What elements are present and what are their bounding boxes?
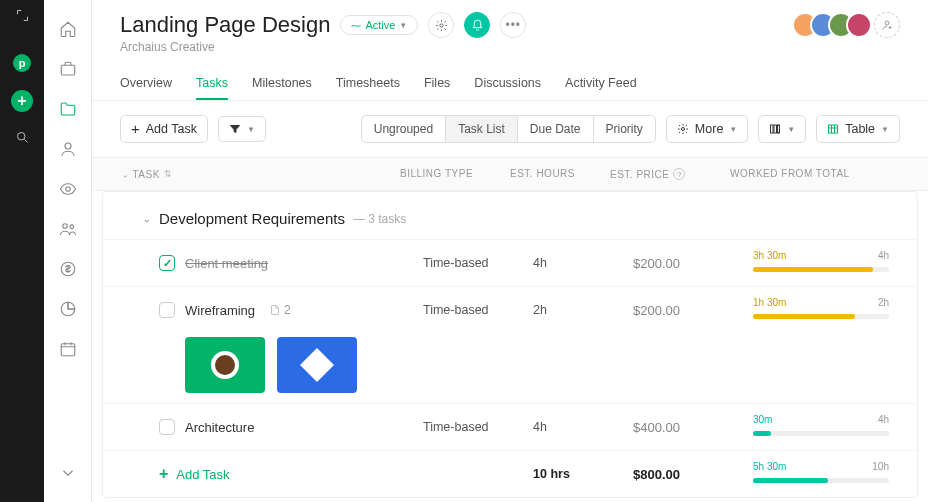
tab-files[interactable]: Files bbox=[424, 68, 450, 100]
svg-rect-14 bbox=[829, 125, 838, 133]
tab-discussions[interactable]: Discussions bbox=[474, 68, 541, 100]
settings-button[interactable] bbox=[428, 12, 454, 38]
col-est-hours[interactable]: EST. HOURS bbox=[510, 168, 610, 180]
total-price: $800.00 bbox=[633, 467, 753, 482]
progress-bar: 5h 30m 10h bbox=[753, 461, 889, 487]
progress-bar: 30m 4h bbox=[753, 414, 889, 440]
seg-due-date[interactable]: Due Date bbox=[518, 116, 594, 142]
svg-point-4 bbox=[62, 224, 67, 229]
page-title: Landing Page Design bbox=[120, 12, 330, 38]
svg-point-10 bbox=[681, 128, 684, 131]
section-total-row: +Add Task 10 hrs $800.00 5h 30m 10h bbox=[103, 450, 917, 497]
section-name: Development Requirements bbox=[159, 210, 345, 227]
add-member-button[interactable] bbox=[874, 12, 900, 38]
add-task-button[interactable]: +Add Task bbox=[120, 115, 208, 143]
help-icon[interactable]: ? bbox=[673, 168, 685, 180]
billing-type: Time-based bbox=[423, 303, 533, 317]
task-toolbar: +Add Task ▼ Ungrouped Task List Due Date… bbox=[92, 101, 928, 157]
svg-point-8 bbox=[440, 23, 443, 26]
col-worked[interactable]: WORKED FROM TOTAL bbox=[730, 168, 900, 180]
seg-ungrouped[interactable]: Ungrouped bbox=[362, 116, 446, 142]
col-task[interactable]: ⌃TASK⇅ bbox=[120, 168, 400, 180]
progress-bar: 1h 30m 2h bbox=[753, 297, 889, 323]
eye-icon[interactable] bbox=[59, 180, 77, 198]
search-icon[interactable] bbox=[15, 130, 30, 148]
attachment-thumbnails bbox=[103, 333, 917, 403]
task-name: Client meeting bbox=[185, 256, 268, 271]
task-checkbox[interactable] bbox=[159, 255, 175, 271]
svg-point-0 bbox=[17, 133, 25, 141]
est-price: $200.00 bbox=[633, 303, 753, 318]
chevron-up-icon: ⌃ bbox=[143, 213, 151, 224]
tab-activity[interactable]: Activity Feed bbox=[565, 68, 637, 100]
briefcase-icon[interactable] bbox=[59, 60, 77, 78]
task-checkbox[interactable] bbox=[159, 302, 175, 318]
main-content: Landing Page Design ⁓ Active ▼ ••• Archa bbox=[92, 0, 928, 502]
thumbnail[interactable] bbox=[277, 337, 357, 393]
est-hours: 2h bbox=[533, 303, 633, 317]
caret-down-icon: ▼ bbox=[399, 21, 407, 30]
caret-down-icon: ▼ bbox=[247, 125, 255, 134]
expand-icon[interactable] bbox=[15, 8, 30, 26]
collapse-icon: ⌃ bbox=[120, 169, 129, 179]
progress-bar: 3h 30m 4h bbox=[753, 250, 889, 276]
billing-type: Time-based bbox=[423, 420, 533, 434]
home-icon[interactable] bbox=[59, 20, 77, 38]
add-task-inline[interactable]: +Add Task bbox=[159, 465, 230, 483]
seg-priority[interactable]: Priority bbox=[594, 116, 655, 142]
col-billing[interactable]: BILLING TYPE bbox=[400, 168, 510, 180]
table-header: ⌃TASK⇅ BILLING TYPE EST. HOURS EST. PRIC… bbox=[92, 157, 928, 191]
more-button[interactable]: ••• bbox=[500, 12, 526, 38]
pulse-icon: ⁓ bbox=[351, 20, 361, 31]
more-label: More bbox=[695, 122, 723, 136]
group-segments: Ungrouped Task List Due Date Priority bbox=[361, 115, 656, 143]
task-name: Wireframing bbox=[185, 303, 255, 318]
col-est-price[interactable]: EST. PRICE? bbox=[610, 168, 730, 180]
total-hours: 10 hrs bbox=[533, 467, 633, 481]
avatar[interactable] bbox=[846, 12, 872, 38]
chevron-down-icon[interactable] bbox=[59, 464, 77, 482]
svg-rect-1 bbox=[61, 65, 75, 75]
task-checkbox[interactable] bbox=[159, 419, 175, 435]
est-price: $400.00 bbox=[633, 420, 753, 435]
tab-milestones[interactable]: Milestones bbox=[252, 68, 312, 100]
task-row[interactable]: Client meeting Time-based 4h $200.00 3h … bbox=[103, 239, 917, 286]
tab-timesheets[interactable]: Timesheets bbox=[336, 68, 400, 100]
svg-rect-7 bbox=[61, 344, 75, 356]
app-logo[interactable]: p bbox=[13, 54, 31, 72]
thumbnail[interactable] bbox=[185, 337, 265, 393]
global-add-button[interactable]: + bbox=[11, 90, 33, 112]
status-pill[interactable]: ⁓ Active ▼ bbox=[340, 15, 418, 35]
svg-point-3 bbox=[65, 187, 70, 192]
seg-task-list[interactable]: Task List bbox=[446, 116, 518, 142]
more-options-button[interactable]: More▼ bbox=[666, 115, 748, 143]
est-hours: 4h bbox=[533, 420, 633, 434]
task-name: Architecture bbox=[185, 420, 254, 435]
attachment-badge[interactable]: 2 bbox=[269, 303, 291, 317]
user-icon[interactable] bbox=[59, 140, 77, 158]
caret-down-icon: ▼ bbox=[729, 125, 737, 134]
dollar-icon[interactable] bbox=[59, 260, 77, 278]
tab-overview[interactable]: Overview bbox=[120, 68, 172, 100]
people-icon[interactable] bbox=[59, 220, 77, 238]
columns-button[interactable]: ▼ bbox=[758, 115, 806, 143]
task-row[interactable]: Wireframing 2 Time-based 2h $200.00 1h 3… bbox=[103, 286, 917, 333]
svg-rect-12 bbox=[774, 125, 777, 133]
chart-icon[interactable] bbox=[59, 300, 77, 318]
est-price: $200.00 bbox=[633, 256, 753, 271]
view-table-button[interactable]: Table▼ bbox=[816, 115, 900, 143]
add-task-label: Add Task bbox=[146, 122, 197, 136]
notifications-button[interactable] bbox=[464, 12, 490, 38]
est-hours: 4h bbox=[533, 256, 633, 270]
calendar-icon[interactable] bbox=[59, 340, 77, 358]
section-header[interactable]: ⌃ Development Requirements — 3 tasks bbox=[103, 192, 917, 239]
svg-rect-11 bbox=[771, 125, 774, 133]
project-tabs: Overview Tasks Milestones Timesheets Fil… bbox=[92, 68, 928, 101]
filter-button[interactable]: ▼ bbox=[218, 116, 266, 142]
section-count: — 3 tasks bbox=[353, 212, 406, 226]
tab-tasks[interactable]: Tasks bbox=[196, 68, 228, 100]
folder-icon[interactable] bbox=[59, 100, 77, 118]
section-panel: ⌃ Development Requirements — 3 tasks Cli… bbox=[102, 191, 918, 498]
svg-rect-13 bbox=[778, 125, 780, 133]
task-row[interactable]: Architecture Time-based 4h $400.00 30m 4… bbox=[103, 403, 917, 450]
